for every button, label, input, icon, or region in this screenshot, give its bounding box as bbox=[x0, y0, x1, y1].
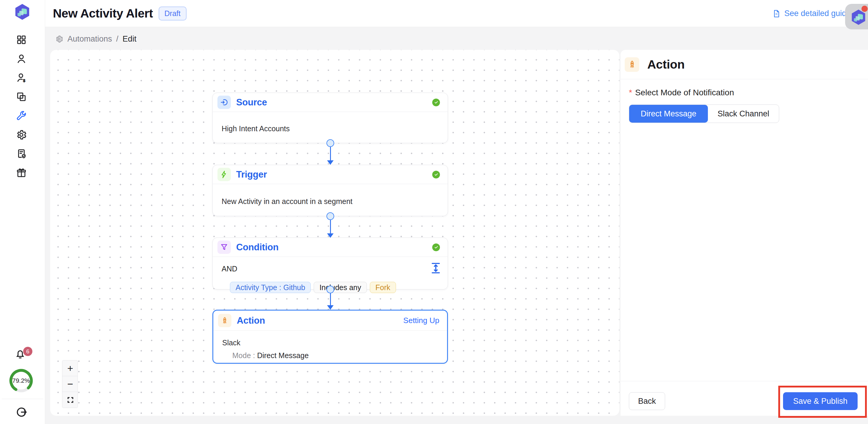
health-gauge[interactable]: 79.2% bbox=[8, 367, 34, 394]
sidebar-item-automations[interactable] bbox=[15, 109, 28, 122]
node-action-status: Setting Up bbox=[403, 316, 439, 325]
workflow-canvas[interactable]: Source High Intent Accounts Trigger New … bbox=[50, 50, 619, 416]
fullscreen-icon bbox=[67, 396, 74, 403]
node-action-body: Slack Mode : Direct Message bbox=[213, 331, 447, 360]
node-condition-header: Condition bbox=[213, 238, 448, 257]
connector-handle[interactable] bbox=[327, 286, 334, 293]
breadcrumb-gear-icon bbox=[55, 35, 63, 43]
fullscreen-button[interactable] bbox=[62, 392, 78, 408]
breadcrumb-automations[interactable]: Automations bbox=[67, 34, 112, 44]
detailed-guide-label: See detailed guide bbox=[784, 9, 851, 18]
node-action-title: Action bbox=[237, 315, 265, 326]
zoom-in-button[interactable]: + bbox=[62, 360, 78, 376]
arrowhead-icon bbox=[327, 305, 334, 310]
sidebar-item-settings[interactable] bbox=[15, 128, 28, 141]
sidebar-item-dashboard[interactable] bbox=[15, 33, 28, 46]
logout-button[interactable] bbox=[16, 406, 27, 418]
condition-chip-operator[interactable]: Includes any bbox=[314, 282, 367, 293]
connector-handle[interactable] bbox=[327, 139, 334, 147]
arrowhead-icon bbox=[327, 160, 334, 165]
back-button[interactable]: Back bbox=[629, 392, 665, 410]
document-icon bbox=[772, 9, 781, 18]
arrowhead-icon bbox=[327, 233, 334, 238]
health-gauge-value: 79.2% bbox=[8, 367, 34, 394]
node-source-title: Source bbox=[236, 97, 267, 108]
check-icon bbox=[432, 99, 440, 106]
gift-icon bbox=[16, 167, 27, 178]
condition-chip-field[interactable]: Activity Type : Github bbox=[230, 282, 311, 293]
node-source-body: High Intent Accounts bbox=[213, 112, 448, 133]
node-action-header: Action Setting Up bbox=[213, 311, 447, 331]
document-shield-icon bbox=[16, 148, 27, 159]
action-mode-value: Direct Message bbox=[257, 351, 309, 360]
sidebar-item-reports[interactable] bbox=[15, 147, 28, 160]
notification-mode-label: *Select Mode of Notification bbox=[629, 88, 734, 97]
detailed-guide-link[interactable]: See detailed guide bbox=[772, 0, 851, 27]
node-trigger-header: Trigger bbox=[213, 165, 448, 184]
top-header: New Activity Alert Draft See detailed gu… bbox=[45, 0, 868, 27]
notification-mode-segmented: Direct Message Slack Channel bbox=[629, 104, 779, 123]
action-channel: Slack bbox=[222, 338, 439, 347]
sidebar-divider bbox=[2, 399, 43, 399]
node-trigger-title: Trigger bbox=[236, 169, 267, 180]
funnel-icon bbox=[217, 240, 231, 254]
required-marker: * bbox=[629, 88, 632, 97]
expand-vertical-icon[interactable] bbox=[430, 262, 441, 274]
svg-text:$: $ bbox=[23, 78, 26, 83]
sidebar-item-rewards[interactable] bbox=[15, 166, 28, 180]
connector-handle[interactable] bbox=[327, 212, 334, 220]
wrench-icon bbox=[16, 110, 27, 122]
sidebar: $ 6 79.2% bbox=[0, 0, 45, 424]
gear-icon bbox=[16, 129, 27, 140]
breadcrumb: Automations / Edit bbox=[55, 32, 136, 46]
node-trigger[interactable]: Trigger New Activity in an account in a … bbox=[212, 165, 448, 216]
canvas-zoom-controls: + − bbox=[62, 360, 78, 408]
check-icon bbox=[432, 243, 440, 251]
node-source[interactable]: Source High Intent Accounts bbox=[212, 93, 448, 143]
lightning-icon bbox=[217, 168, 231, 181]
notifications-button[interactable]: 6 bbox=[14, 348, 32, 362]
connector-condition-action bbox=[326, 286, 335, 310]
breadcrumb-current: Edit bbox=[123, 34, 137, 44]
connector-source-trigger bbox=[326, 139, 335, 165]
save-publish-button[interactable]: Save & Publish bbox=[783, 392, 858, 410]
sidebar-item-revenue[interactable]: $ bbox=[15, 71, 28, 84]
rocket-icon bbox=[218, 314, 231, 327]
condition-operator: AND bbox=[222, 265, 237, 273]
sidebar-item-accounts[interactable] bbox=[15, 52, 28, 65]
login-icon bbox=[217, 96, 231, 109]
overlap-squares-icon bbox=[16, 91, 27, 102]
node-action[interactable]: Action Setting Up Slack Mode : Direct Me… bbox=[212, 310, 448, 364]
user-icon bbox=[16, 53, 27, 64]
logout-icon bbox=[16, 406, 27, 418]
floating-widget[interactable] bbox=[845, 4, 868, 29]
condition-chip-value[interactable]: Fork bbox=[370, 282, 396, 293]
node-source-header: Source bbox=[213, 93, 448, 112]
connector-trigger-condition bbox=[326, 212, 335, 238]
node-condition[interactable]: Condition AND Activity Type : Github Inc… bbox=[212, 237, 448, 290]
zoom-out-button[interactable]: − bbox=[62, 376, 78, 392]
breadcrumb-separator: / bbox=[116, 34, 119, 44]
action-mode-label: Mode : bbox=[232, 351, 255, 360]
notification-count-badge[interactable]: 6 bbox=[23, 347, 32, 356]
rocket-icon bbox=[625, 57, 639, 72]
panel-footer-divider bbox=[621, 381, 868, 381]
panel-header: Action bbox=[621, 50, 868, 79]
condition-chips: Activity Type : Github Includes any Fork bbox=[230, 282, 396, 293]
app-logo-icon[interactable] bbox=[13, 3, 31, 21]
check-icon bbox=[432, 171, 440, 178]
panel-title: Action bbox=[647, 58, 685, 71]
page-title: New Activity Alert bbox=[53, 6, 153, 21]
action-mode-line: Mode : Direct Message bbox=[222, 351, 439, 360]
node-condition-body: AND Activity Type : Github Includes any … bbox=[213, 257, 448, 290]
status-badge: Draft bbox=[159, 6, 187, 21]
option-direct-message[interactable]: Direct Message bbox=[629, 105, 708, 123]
recording-dot-icon bbox=[862, 6, 868, 12]
action-config-panel: Action *Select Mode of Notification Dire… bbox=[621, 50, 868, 416]
node-condition-title: Condition bbox=[236, 242, 279, 253]
sidebar-item-segments[interactable] bbox=[15, 90, 28, 103]
node-trigger-body: New Activity in an account in a segment bbox=[213, 184, 448, 206]
user-dollar-icon: $ bbox=[16, 72, 27, 84]
dashboard-icon bbox=[16, 34, 27, 45]
option-slack-channel[interactable]: Slack Channel bbox=[708, 105, 779, 123]
